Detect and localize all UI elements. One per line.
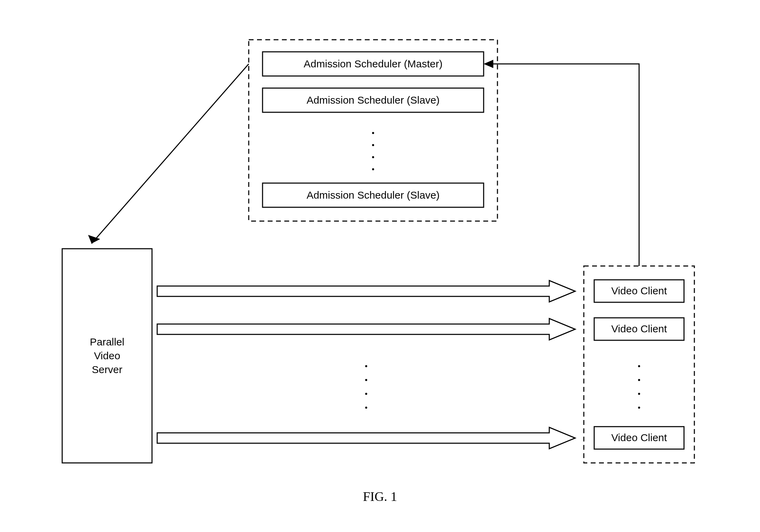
video-client-n: Video Client <box>594 427 684 449</box>
scheduler-ellipsis-dot <box>372 168 374 170</box>
scheduler-slave-n: Admission Scheduler (Slave) <box>263 183 484 207</box>
scheduler-slave-n-label: Admission Scheduler (Slave) <box>306 189 439 201</box>
scheduler-slave-1: Admission Scheduler (Slave) <box>263 88 484 112</box>
flow-ellipsis-dot <box>365 407 367 409</box>
parallel-video-server: Parallel Video Server <box>62 249 152 463</box>
server-label-line2: Video <box>94 350 120 361</box>
video-client-1-label: Video Client <box>611 285 667 296</box>
flow-arrow-n <box>157 427 575 449</box>
scheduler-ellipsis-dot <box>372 156 374 158</box>
video-client-2: Video Client <box>594 318 684 340</box>
server-label-line1: Parallel <box>90 336 124 348</box>
figure-caption: FIG. 1 <box>363 489 397 504</box>
flow-arrow-2 <box>157 319 575 340</box>
arrow-clients-to-scheduler <box>484 60 639 266</box>
flow-ellipsis-dot <box>365 365 367 367</box>
video-client-n-label: Video Client <box>611 432 667 443</box>
client-ellipsis-dot <box>638 365 640 367</box>
scheduler-master-label: Admission Scheduler (Master) <box>304 58 443 69</box>
scheduler-ellipsis-dot <box>372 132 374 134</box>
svg-line-7 <box>92 64 249 244</box>
flow-arrow-1 <box>157 281 575 302</box>
client-ellipsis-dot <box>638 407 640 409</box>
flow-ellipsis-dot <box>365 379 367 381</box>
arrow-scheduler-to-server <box>88 64 249 244</box>
client-ellipsis-dot <box>638 379 640 381</box>
svg-marker-9 <box>484 60 493 68</box>
scheduler-master: Admission Scheduler (Master) <box>263 52 484 76</box>
client-ellipsis-dot <box>638 393 640 395</box>
scheduler-ellipsis-dot <box>372 144 374 146</box>
video-client-1: Video Client <box>594 280 684 302</box>
scheduler-slave-1-label: Admission Scheduler (Slave) <box>306 94 439 106</box>
server-label-line3: Server <box>92 364 122 375</box>
video-client-2-label: Video Client <box>611 323 667 334</box>
flow-ellipsis-dot <box>365 393 367 395</box>
